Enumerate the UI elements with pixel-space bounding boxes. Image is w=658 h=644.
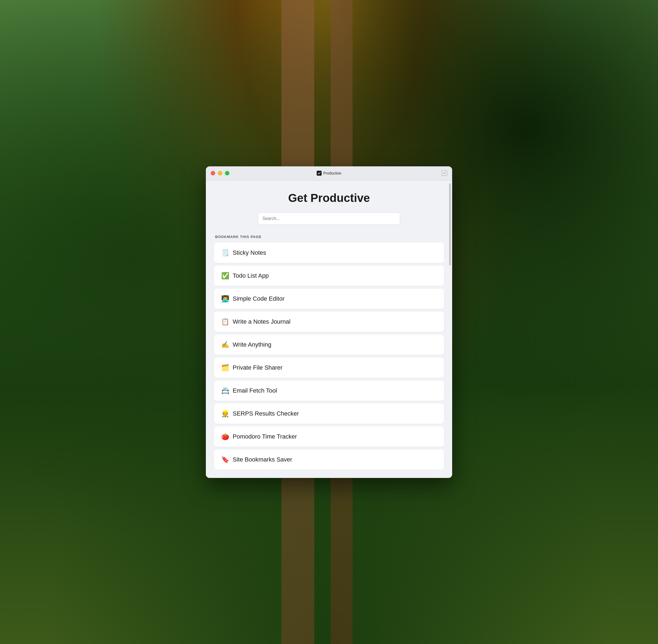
item-emoji: 📋: [221, 318, 229, 325]
section-label: BOOKMARK THIS PAGE: [214, 235, 444, 239]
list-item[interactable]: 📇Email Fetch Tool: [214, 381, 444, 401]
traffic-lights: [211, 171, 229, 175]
list-item[interactable]: 🔖Site Bookmarks Saver: [214, 450, 444, 470]
item-emoji: 👨‍💻: [221, 296, 229, 302]
list-item[interactable]: 📋Write a Notes Journal: [214, 312, 444, 332]
search-input[interactable]: [258, 212, 400, 225]
page-title: Get Productive: [214, 191, 444, 205]
window-title: Productive: [317, 171, 341, 176]
item-emoji: 🗒️: [221, 250, 229, 256]
item-emoji: 🍅: [221, 433, 229, 440]
list-item[interactable]: 👷SERPS Results Checker: [214, 404, 444, 424]
new-tab-button[interactable]: +: [442, 170, 447, 176]
search-container: [214, 212, 444, 225]
main-content: Get Productive BOOKMARK THIS PAGE 🗒️Stic…: [206, 181, 452, 478]
item-label: Simple Code Editor: [233, 295, 285, 302]
list-item[interactable]: 👨‍💻Simple Code Editor: [214, 289, 444, 309]
item-emoji: 📇: [221, 387, 229, 394]
item-label: Sticky Notes: [233, 249, 266, 256]
item-emoji: 🔖: [221, 456, 229, 463]
item-label: Private File Sharer: [233, 364, 283, 371]
item-label: Write Anything: [233, 341, 271, 348]
close-button[interactable]: [211, 171, 215, 175]
item-label: Write a Notes Journal: [233, 318, 290, 325]
maximize-button[interactable]: [225, 171, 229, 175]
list-item[interactable]: ✅Todo List App: [214, 266, 444, 286]
minimize-button[interactable]: [218, 171, 222, 175]
item-label: Pomodoro Time Tracker: [233, 433, 297, 440]
items-list: 🗒️Sticky Notes✅Todo List App👨‍💻Simple Co…: [214, 243, 444, 470]
item-emoji: 👷: [221, 410, 229, 417]
window-title-text: Productive: [323, 171, 341, 175]
title-bar: Productive +: [206, 166, 452, 181]
list-item[interactable]: ✍️Write Anything: [214, 335, 444, 355]
list-item[interactable]: 🗒️Sticky Notes: [214, 243, 444, 263]
item-emoji: ✅: [221, 273, 229, 279]
item-label: Email Fetch Tool: [233, 387, 277, 394]
item-label: Todo List App: [233, 272, 269, 279]
scrollbar[interactable]: [449, 181, 451, 478]
app-icon: [317, 171, 322, 176]
list-item[interactable]: 🍅Pomodoro Time Tracker: [214, 427, 444, 447]
item-emoji: ✍️: [221, 341, 229, 348]
item-emoji: 🗂️: [221, 364, 229, 371]
item-label: SERPS Results Checker: [233, 410, 299, 417]
item-label: Site Bookmarks Saver: [233, 456, 292, 463]
list-item[interactable]: 🗂️Private File Sharer: [214, 358, 444, 378]
scrollbar-thumb[interactable]: [449, 183, 451, 266]
app-window: Productive + Get Productive BOOKMARK THI…: [206, 166, 452, 478]
